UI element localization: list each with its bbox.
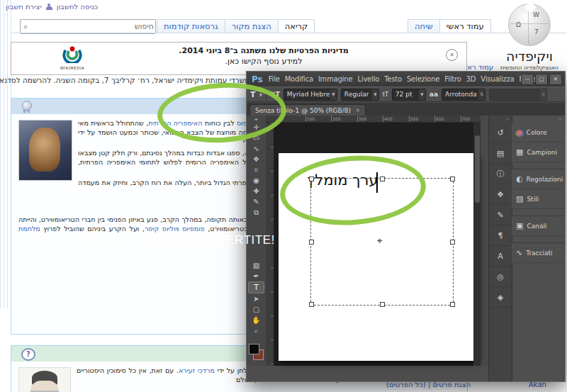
panel-label: Campioni bbox=[527, 149, 557, 156]
wikimedia-wordmark: WIKIMEDIA bbox=[58, 66, 86, 70]
panel-label: Canali bbox=[527, 223, 546, 230]
menu-bar: FileModificaImmagineLivelloTestoSelezion… bbox=[269, 75, 546, 83]
namespace-tab[interactable]: עמוד ראשי bbox=[439, 19, 491, 33]
screenshot-stage: יצירת חשבון כניסה לחשבון ⌕ קריאההצגת מקו… bbox=[0, 0, 567, 392]
menu-item[interactable]: Modifica bbox=[285, 75, 313, 83]
privacy-notice-banner: WIKIMEDIA מדיניות הפרטיות שלנו משתנה ב־8… bbox=[11, 42, 467, 75]
create-account-link[interactable]: יצירת חשבון bbox=[6, 3, 42, 11]
brush-presets-panel-icon[interactable]: ✎ bbox=[489, 205, 512, 225]
namespace-tab[interactable]: שיחה bbox=[408, 19, 440, 33]
panel-regolazioni[interactable]: ◐ Regolazioni bbox=[512, 169, 565, 189]
zoom-tool[interactable]: ⌕ bbox=[249, 325, 264, 336]
photoshop-window: Ps FileModificaImmagineLivelloTestoSelez… bbox=[246, 71, 566, 382]
panel-stili[interactable]: ▨ Stili bbox=[512, 189, 565, 209]
panel-label: Colore bbox=[527, 129, 547, 136]
page-tabs: קריאההצגת מקורגרסאות קודמות bbox=[157, 19, 315, 33]
medal-icon bbox=[21, 101, 32, 111]
resize-handle[interactable] bbox=[450, 177, 455, 181]
panel-icon: ∿ bbox=[516, 248, 522, 257]
font-family-select[interactable]: Myriad Hebrew ▼ bbox=[284, 89, 337, 101]
menu-item[interactable]: Filtro bbox=[444, 75, 461, 83]
ruler-tick: 300 bbox=[357, 116, 383, 122]
resize-handle[interactable] bbox=[450, 302, 455, 307]
panel-colore[interactable]: ◉ Colore bbox=[512, 123, 565, 142]
menu-item[interactable]: Selezione bbox=[407, 75, 439, 83]
annotation-banner: LE LETTERE SONO INVERTITE! bbox=[69, 220, 291, 259]
photoshop-app-icon: Ps bbox=[252, 74, 263, 84]
properties-panel-icon[interactable]: ▤ bbox=[489, 143, 512, 164]
updown-arrows-icon: ⇅ bbox=[540, 89, 546, 100]
menu-item[interactable]: Visualizza bbox=[481, 75, 514, 83]
glyphs-panel-icon[interactable]: ◎ bbox=[489, 267, 512, 287]
close-button[interactable]: ✕ bbox=[549, 74, 562, 85]
article-image-portrait[interactable] bbox=[18, 367, 71, 392]
resize-handle[interactable] bbox=[380, 302, 385, 307]
menu-item[interactable]: Immagine bbox=[318, 75, 353, 83]
page-tab[interactable]: גרסאות קודמות bbox=[157, 19, 225, 33]
content-divider bbox=[11, 33, 567, 33]
type-tool[interactable]: T bbox=[248, 281, 264, 293]
font-size-select[interactable]: 72 pt ▼ bbox=[392, 89, 426, 101]
panel-icons: ↺▤ⓘ❖✎¶A◎◈ bbox=[489, 123, 512, 308]
history-panel-icon[interactable]: ↺ bbox=[489, 123, 512, 143]
menu-item[interactable]: Testo bbox=[384, 75, 402, 83]
chevron-down-icon: ▼ bbox=[372, 89, 378, 100]
collapse-panels-icon[interactable]: « bbox=[512, 116, 565, 123]
page-tab[interactable]: הצגת מקור bbox=[225, 19, 279, 33]
menu-item[interactable]: 3D bbox=[466, 75, 476, 83]
font-style-select[interactable]: Regular ▼ bbox=[341, 89, 379, 101]
crop-tool[interactable]: ⌗ bbox=[249, 164, 264, 175]
search-input[interactable] bbox=[30, 21, 155, 33]
anti-alias-select[interactable]: Arrotonda ⇅ bbox=[442, 89, 485, 101]
menu-item[interactable]: Livello bbox=[357, 75, 379, 83]
panel-campioni[interactable]: ▦ Campioni bbox=[512, 142, 565, 162]
tool-presets-panel-icon[interactable]: ❖ bbox=[489, 184, 512, 205]
vertical-scrollbar[interactable] bbox=[473, 123, 481, 366]
panel-canali[interactable]: ▣ Canali bbox=[512, 215, 565, 236]
close-icon[interactable]: ✕ bbox=[446, 49, 458, 61]
resize-handle[interactable] bbox=[309, 302, 314, 307]
panel-icon: ▦ bbox=[516, 147, 523, 157]
login-link[interactable]: כניסה לחשבון bbox=[57, 3, 98, 11]
wikipedia-logo[interactable]: W Ω 7 ויקיפדיה האנציקלופדיה החופשית bbox=[496, 4, 563, 71]
anti-alias-icon: aa bbox=[430, 91, 438, 98]
maximize-button[interactable]: ▢ bbox=[535, 74, 548, 85]
layers-panel-icon[interactable]: ◈ bbox=[489, 287, 512, 308]
extra-options-select[interactable]: ⇅ bbox=[489, 89, 547, 101]
ruler-tick: 100 bbox=[305, 116, 332, 122]
shape-tool[interactable]: ▢ bbox=[249, 304, 264, 315]
pen-tool[interactable]: ✒ bbox=[249, 271, 264, 281]
panel-tracciati[interactable]: ∿ Tracciati bbox=[512, 242, 565, 263]
expand-panels-icon[interactable]: » bbox=[489, 116, 512, 123]
character-panel-icon[interactable]: A bbox=[489, 246, 512, 267]
panel-icon: ▣ bbox=[516, 221, 523, 230]
titlebar[interactable]: Ps FileModificaImmagineLivelloTestoSelez… bbox=[247, 72, 565, 86]
foreground-color-swatch[interactable] bbox=[249, 344, 259, 354]
quick-selection-tool[interactable]: ❖ bbox=[249, 154, 264, 164]
eyedropper-tool[interactable]: ◉ bbox=[249, 175, 264, 186]
updown-arrows-icon: ⇅ bbox=[478, 89, 485, 100]
paragraph-panel-icon[interactable]: ¶ bbox=[489, 225, 512, 246]
brush-tool[interactable]: ✎ bbox=[249, 196, 264, 207]
panel-group-list: « ◉ Colore ▦ Campioni ◐ Regolazioni bbox=[512, 116, 565, 381]
menu-item[interactable]: File bbox=[269, 75, 280, 83]
hand-tool[interactable]: ✋ bbox=[249, 315, 264, 325]
chevron-down-icon: ▼ bbox=[419, 89, 425, 100]
info-panel-icon[interactable]: ⓘ bbox=[489, 164, 512, 184]
gradient-tool[interactable]: ▧ bbox=[249, 260, 264, 271]
resize-handle[interactable] bbox=[309, 240, 314, 245]
lasso-tool[interactable]: ∿ bbox=[249, 143, 264, 154]
notice-text: מדיניות הפרטיות שלנו משתנה ב־8 ביוני 201… bbox=[96, 46, 431, 66]
path-selection-tool[interactable]: ➤ bbox=[249, 293, 264, 304]
ruler-tick: 600 bbox=[434, 116, 461, 122]
wikipedia-globe-icon: W Ω 7 bbox=[508, 4, 551, 46]
healing-brush-tool[interactable]: ✚ bbox=[249, 186, 264, 196]
window-controls: —▢✕ bbox=[521, 74, 562, 85]
minimize-button[interactable]: — bbox=[521, 74, 534, 85]
resize-handle[interactable] bbox=[450, 240, 455, 245]
question-bubble-icon: ? bbox=[21, 348, 35, 361]
page-tab[interactable]: קריאה bbox=[278, 19, 315, 33]
clone-stamp-tool[interactable]: ⧉ bbox=[249, 207, 264, 218]
article-image-sculpture[interactable] bbox=[18, 120, 72, 181]
close-icon[interactable]: ✕ bbox=[356, 108, 360, 113]
